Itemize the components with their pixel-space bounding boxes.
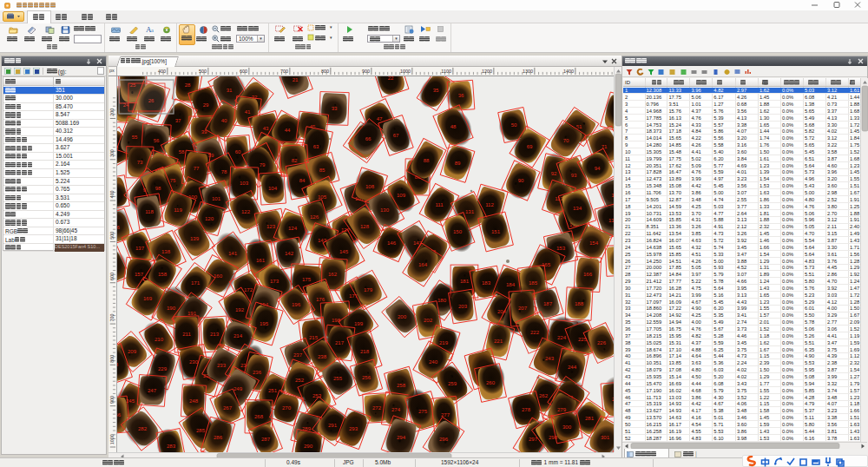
svg-text:164: 164 — [418, 262, 428, 267]
svg-text:247: 247 — [148, 388, 157, 393]
svg-text:41: 41 — [245, 109, 251, 115]
svg-text:101: 101 — [212, 196, 221, 201]
svg-text:1400: 1400 — [563, 69, 574, 74]
svg-text:240: 240 — [429, 359, 438, 365]
svg-text:202: 202 — [424, 318, 433, 323]
svg-text:237: 237 — [293, 352, 303, 358]
svg-text:138: 138 — [161, 249, 171, 254]
svg-text:48: 48 — [450, 124, 457, 129]
svg-text:89: 89 — [455, 161, 461, 166]
svg-text:293: 293 — [349, 426, 358, 431]
svg-text:600: 600 — [240, 69, 247, 74]
svg-text:50: 50 — [511, 122, 517, 128]
svg-text:211: 211 — [182, 332, 191, 337]
svg-text:700: 700 — [280, 69, 288, 74]
svg-text:142: 142 — [285, 251, 294, 256]
svg-text:71: 71 — [602, 144, 608, 149]
svg-text:67: 67 — [393, 133, 399, 138]
svg-text:297: 297 — [529, 437, 538, 442]
svg-text:281: 281 — [585, 416, 595, 421]
svg-text:190: 190 — [167, 306, 176, 311]
svg-text:157: 157 — [135, 272, 144, 277]
svg-text:119: 119 — [174, 207, 182, 213]
svg-text:296: 296 — [439, 437, 449, 442]
svg-text:29: 29 — [203, 102, 209, 108]
svg-text:221: 221 — [494, 339, 503, 344]
svg-text:267: 267 — [223, 405, 233, 411]
svg-text:104: 104 — [268, 186, 278, 191]
svg-text:85: 85 — [319, 168, 326, 173]
svg-text:169: 169 — [143, 296, 153, 301]
svg-text:191: 191 — [187, 311, 197, 316]
svg-text:252: 252 — [295, 378, 305, 383]
svg-text:123: 123 — [266, 224, 276, 229]
svg-text:1000: 1000 — [400, 69, 411, 74]
svg-text:260: 260 — [486, 380, 496, 385]
svg-text:150: 150 — [453, 229, 463, 234]
svg-text:66: 66 — [365, 136, 372, 141]
svg-text:400: 400 — [158, 69, 166, 74]
svg-text:134: 134 — [573, 206, 582, 211]
svg-text:40: 40 — [221, 118, 227, 123]
svg-text:131: 131 — [465, 209, 475, 214]
svg-text:210: 210 — [155, 337, 164, 342]
svg-text:275: 275 — [418, 409, 428, 414]
svg-text:90: 90 — [518, 178, 524, 183]
svg-text:103: 103 — [240, 181, 249, 186]
svg-text:55: 55 — [132, 135, 138, 140]
svg-text:200: 200 — [398, 314, 407, 319]
svg-text:199: 199 — [354, 321, 364, 326]
svg-text:31: 31 — [227, 88, 233, 93]
svg-text:287: 287 — [261, 437, 271, 442]
svg-text:291: 291 — [328, 423, 338, 428]
svg-text:294: 294 — [397, 435, 406, 440]
svg-text:141: 141 — [228, 251, 238, 256]
svg-text:77: 77 — [194, 166, 200, 171]
svg-text:69: 69 — [527, 144, 533, 149]
svg-text:111: 111 — [435, 202, 444, 207]
svg-text:166: 166 — [583, 272, 593, 277]
svg-text:274: 274 — [391, 407, 401, 412]
svg-text:400: 400 — [109, 190, 115, 198]
svg-text:47: 47 — [377, 116, 383, 122]
svg-text:137: 137 — [135, 246, 145, 251]
svg-text:37: 37 — [175, 118, 181, 123]
svg-text:230: 230 — [189, 359, 199, 365]
svg-text:158: 158 — [158, 272, 168, 277]
svg-text:93: 93 — [571, 173, 577, 178]
svg-text:249: 249 — [233, 386, 243, 391]
svg-text:209: 209 — [128, 349, 137, 354]
svg-text:60: 60 — [235, 149, 241, 155]
svg-text:900: 900 — [109, 396, 115, 404]
svg-text:44: 44 — [285, 128, 291, 133]
svg-text:33: 33 — [332, 106, 338, 111]
svg-text:105: 105 — [318, 194, 327, 200]
svg-text:286: 286 — [214, 435, 223, 440]
svg-text:143: 143 — [318, 238, 327, 243]
svg-text:172: 172 — [244, 287, 253, 293]
svg-text:179: 179 — [364, 287, 373, 293]
svg-text:270: 270 — [282, 405, 292, 411]
svg-text:278: 278 — [522, 407, 531, 412]
svg-text:84: 84 — [299, 178, 306, 183]
svg-text:128: 128 — [360, 224, 370, 229]
svg-text:126: 126 — [310, 214, 319, 220]
svg-text:200: 200 — [109, 109, 115, 116]
svg-text:63: 63 — [313, 144, 319, 149]
svg-text:22: 22 — [388, 76, 394, 81]
svg-text:224: 224 — [557, 335, 567, 340]
svg-text:112: 112 — [485, 202, 494, 207]
svg-text:98: 98 — [155, 186, 161, 191]
svg-text:248: 248 — [189, 398, 199, 404]
svg-text:124: 124 — [288, 226, 298, 231]
svg-text:180: 180 — [437, 298, 447, 303]
svg-text:255: 255 — [333, 376, 343, 381]
svg-text:70: 70 — [563, 138, 569, 143]
svg-text:165: 165 — [542, 262, 551, 267]
svg-text:139: 139 — [190, 236, 200, 241]
svg-text:229: 229 — [158, 366, 168, 372]
svg-text:500: 500 — [109, 232, 115, 240]
svg-text:196: 196 — [292, 302, 301, 307]
svg-text:251: 251 — [268, 388, 278, 393]
svg-text:300: 300 — [562, 424, 572, 430]
